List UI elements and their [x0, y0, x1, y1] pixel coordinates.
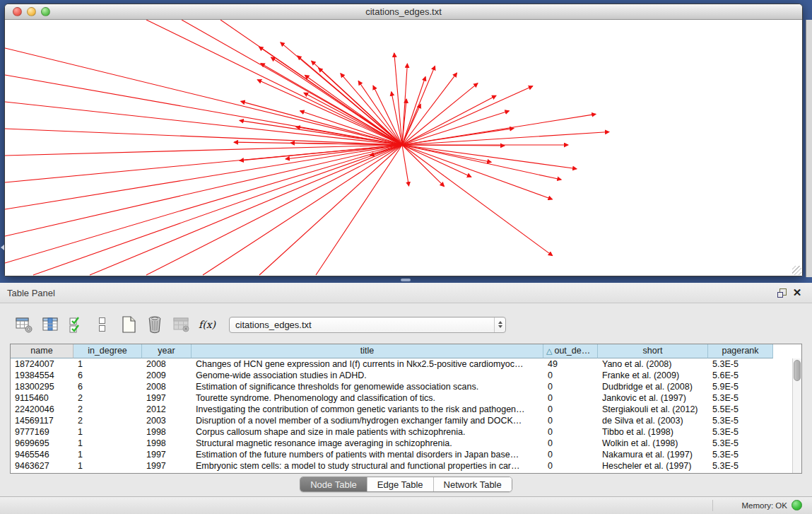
tab-node-table[interactable]: Node Table	[300, 477, 367, 491]
cell-pagerank[interactable]: 5.3E-5	[708, 358, 773, 370]
cell-year[interactable]: 2008	[142, 381, 192, 392]
column-header-year[interactable]: year	[142, 344, 192, 358]
cell-out_de[interactable]: 0	[543, 460, 598, 472]
graph-edge[interactable]	[305, 75, 402, 145]
table-row[interactable]: 1830029562008Estimation of significance …	[11, 381, 792, 392]
graph-edge[interactable]	[203, 145, 402, 275]
cell-name[interactable]: 9115460	[11, 392, 73, 404]
graph-edge[interactable]	[402, 66, 435, 145]
cell-short[interactable]: Dudbridge et al. (2008)	[598, 381, 708, 392]
cell-title[interactable]: Disruption of a novel member of a sodium…	[192, 415, 543, 426]
graph-edge[interactable]	[402, 132, 609, 145]
table-row[interactable]: 977716911998Corpus callosum shape and si…	[11, 426, 792, 438]
table-row[interactable]: 911546021997Tourette syndrome. Phenomeno…	[11, 392, 792, 404]
minimize-window-button[interactable]	[27, 7, 36, 16]
cell-short[interactable]: Jankovic et al. (1997)	[598, 392, 708, 404]
graph-edge[interactable]	[271, 57, 402, 145]
cell-pagerank[interactable]: 5.3E-5	[708, 460, 773, 472]
cell-year[interactable]: 2003	[142, 415, 192, 426]
scrollbar-thumb[interactable]	[794, 360, 801, 381]
cell-in_degree[interactable]: 6	[73, 381, 142, 392]
cell-in_degree[interactable]: 2	[73, 404, 142, 415]
cell-year[interactable]: 1997	[142, 449, 192, 460]
delete-columns-button[interactable]	[143, 313, 166, 337]
graph-edge[interactable]	[90, 145, 402, 275]
table-row[interactable]: 1456911722003Disruption of a novel membe…	[11, 415, 792, 426]
cell-out_de[interactable]: 0	[543, 438, 598, 449]
cell-in_degree[interactable]: 1	[73, 358, 142, 370]
cell-out_de[interactable]: 0	[543, 449, 598, 460]
cell-out_de[interactable]: 0	[543, 370, 598, 381]
cell-year[interactable]: 1997	[142, 392, 192, 404]
table-row[interactable]: 969969511998Structural magnetic resonanc…	[11, 438, 792, 449]
cell-year[interactable]: 1998	[142, 426, 192, 438]
column-header-name[interactable]: name	[11, 344, 73, 358]
graph-edge[interactable]	[402, 73, 457, 145]
graph-edge[interactable]	[5, 145, 402, 236]
cell-in_degree[interactable]: 1	[73, 438, 142, 449]
cell-name[interactable]: 18300295	[11, 381, 73, 392]
table-vertical-scrollbar[interactable]	[792, 358, 801, 473]
cell-title[interactable]: Tourette syndrome. Phenomenology and cla…	[192, 392, 543, 404]
cell-short[interactable]: Hescheler et al. (1997)	[598, 460, 708, 472]
cell-name[interactable]: 9465546	[11, 449, 73, 460]
graph-edge[interactable]	[5, 129, 402, 145]
show-columns-button[interactable]	[39, 313, 61, 337]
cell-title[interactable]: Genome-wide association studies in ADHD.	[192, 370, 543, 381]
cell-short[interactable]: Wolkin et al. (1998)	[598, 438, 708, 449]
panel-collapse-arrow-icon[interactable]	[1, 245, 4, 250]
tab-edge-table[interactable]: Edge Table	[367, 477, 433, 491]
zoom-window-button[interactable]	[41, 7, 50, 16]
graph-edge[interactable]	[316, 145, 402, 275]
panel-splitter-handle[interactable]	[401, 279, 411, 281]
cell-year[interactable]: 1997	[142, 460, 192, 472]
column-header-in_degree[interactable]: in_degree	[73, 344, 142, 358]
graph-edge[interactable]	[402, 86, 533, 145]
cell-pagerank[interactable]: 5.3E-5	[708, 438, 773, 449]
cell-name[interactable]: 9463627	[11, 460, 73, 472]
graph-edge[interactable]	[146, 20, 402, 145]
cell-out_de[interactable]: 0	[543, 392, 598, 404]
cell-pagerank[interactable]: 5.3E-5	[708, 426, 773, 438]
cell-title[interactable]: Changes of HCN gene expression and I(f) …	[192, 358, 543, 370]
cell-name[interactable]: 14569117	[11, 415, 73, 426]
cell-short[interactable]: Nakamura et al. (1997)	[598, 449, 708, 460]
graph-edge[interactable]	[33, 145, 402, 275]
graph-edge[interactable]	[5, 145, 402, 263]
cell-in_degree[interactable]: 2	[73, 415, 142, 426]
cell-year[interactable]: 2009	[142, 370, 192, 381]
cell-title[interactable]: Corpus callosum shape and size in male p…	[192, 426, 543, 438]
citation-network-graph[interactable]	[5, 20, 802, 276]
cell-in_degree[interactable]: 1	[73, 426, 142, 438]
cell-title[interactable]: Embryonic stem cells: a model to study s…	[192, 460, 543, 472]
delete-table-button[interactable]	[170, 313, 192, 337]
table-row[interactable]: 2242004622012Investigating the contribut…	[11, 404, 792, 415]
cell-in_degree[interactable]: 6	[73, 370, 142, 381]
cell-out_de[interactable]: 49	[543, 358, 598, 370]
cell-pagerank[interactable]: 5.9E-5	[708, 381, 773, 392]
network-canvas[interactable]	[5, 20, 802, 276]
table-settings-button[interactable]	[13, 313, 35, 337]
column-header-short[interactable]: short	[598, 344, 708, 358]
table-row[interactable]: 1938455462009Genome-wide association stu…	[11, 370, 792, 381]
graph-edge[interactable]	[402, 111, 509, 145]
cell-in_degree[interactable]: 2	[73, 392, 142, 404]
table-selector-combo[interactable]: citations_edges.txt	[229, 317, 506, 333]
select-all-button[interactable]	[65, 313, 88, 337]
cell-name[interactable]: 9777169	[11, 426, 73, 438]
tab-network-table[interactable]: Network Table	[433, 477, 512, 491]
cell-in_degree[interactable]: 1	[73, 460, 142, 472]
cell-short[interactable]: Franke et al. (2009)	[598, 370, 708, 381]
cell-title[interactable]: Estimation of the future numbers of pati…	[192, 449, 543, 460]
function-builder-button[interactable]: f(x)	[196, 313, 218, 337]
graph-edge[interactable]	[304, 93, 402, 145]
cell-short[interactable]: Stergiakouli et al. (2012)	[598, 404, 708, 415]
cell-name[interactable]: 19384554	[11, 370, 73, 381]
cell-pagerank[interactable]: 5.5E-5	[708, 404, 773, 415]
column-header-title[interactable]: title	[192, 344, 543, 358]
cell-short[interactable]: Tibbo et al. (1998)	[598, 426, 708, 438]
table-row[interactable]: 946554611997Estimation of the future num…	[11, 449, 792, 460]
cell-short[interactable]: Yano et al. (2008)	[598, 358, 708, 370]
network-window-titlebar[interactable]: citations_edges.txt	[5, 4, 802, 20]
graph-edge[interactable]	[5, 48, 402, 145]
